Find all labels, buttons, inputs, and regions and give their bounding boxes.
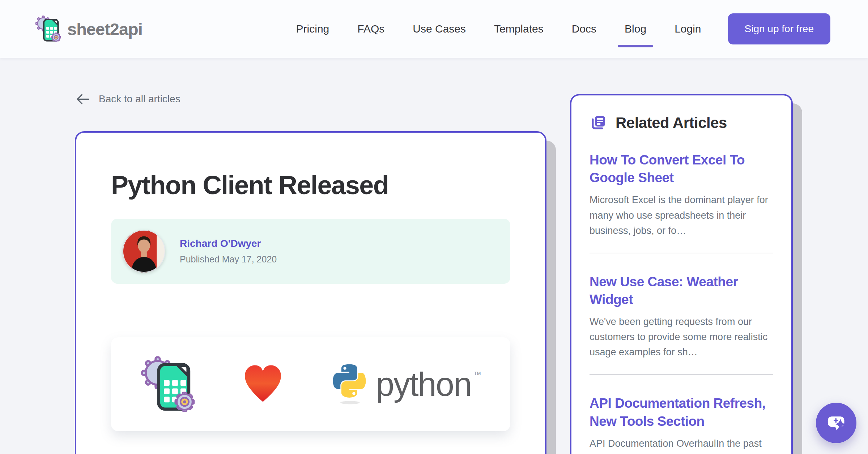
- articles-stack-icon: [590, 114, 607, 132]
- related-article-excerpt-1: Microsoft Excel is the dominant player f…: [590, 192, 773, 238]
- hero-image: python ™: [111, 337, 510, 431]
- related-articles-header: Related Articles: [590, 114, 773, 132]
- nav-item-blog[interactable]: Blog: [625, 23, 646, 35]
- python-snakes-icon: [329, 364, 370, 405]
- related-article-excerpt-3: API Documentation OverhaulIn the past: [590, 436, 773, 451]
- author-avatar: [123, 230, 165, 273]
- author-info: Richard O'Dwyer Published May 17, 2020: [180, 238, 277, 265]
- related-article-link-2[interactable]: New Use Case: Weather Widget: [590, 273, 773, 308]
- related-article-link-3[interactable]: API Documentation Refresh, New Tools Sec…: [590, 394, 773, 430]
- back-link-label: Back to all articles: [99, 93, 180, 105]
- published-date: Published May 17, 2020: [180, 254, 277, 265]
- sheet2api-logo-large-icon: [140, 353, 197, 415]
- chat-widget-button[interactable]: [816, 403, 856, 443]
- article-card: Python Client Released Richard O'Dwyer P…: [75, 131, 546, 454]
- back-arrow-icon: [76, 94, 89, 105]
- related-article-link-1[interactable]: How To Convert Excel To Google Sheet: [590, 151, 773, 187]
- nav-item-pricing[interactable]: Pricing: [296, 23, 329, 35]
- heart-icon: [240, 361, 286, 407]
- chat-sparkle-icon: [824, 411, 848, 435]
- nav-item-docs[interactable]: Docs: [572, 23, 596, 35]
- related-article-item: How To Convert Excel To Google Sheet Mic…: [590, 151, 773, 238]
- divider: [590, 374, 773, 375]
- nav-item-faqs[interactable]: FAQs: [357, 23, 384, 35]
- main-nav: Pricing FAQs Use Cases Templates Docs Bl…: [296, 23, 701, 35]
- brand-logo[interactable]: sheet2api: [35, 14, 142, 44]
- nav-item-use-cases[interactable]: Use Cases: [413, 23, 466, 35]
- author-box: Richard O'Dwyer Published May 17, 2020: [111, 219, 510, 284]
- article-title: Python Client Released: [111, 170, 510, 200]
- back-to-articles-link[interactable]: Back to all articles: [76, 93, 180, 105]
- related-articles-card: Related Articles How To Convert Excel To…: [570, 94, 793, 454]
- related-article-item: API Documentation Refresh, New Tools Sec…: [590, 394, 773, 451]
- python-wordmark: python: [376, 365, 471, 403]
- related-article-item: New Use Case: Weather Widget We've been …: [590, 273, 773, 360]
- nav-item-templates[interactable]: Templates: [494, 23, 544, 35]
- python-logo: python ™: [329, 364, 481, 405]
- related-article-excerpt-2: We've been getting requests from our cus…: [590, 314, 773, 360]
- brand-name: sheet2api: [67, 19, 142, 39]
- author-name-link[interactable]: Richard O'Dwyer: [180, 238, 277, 249]
- related-articles-title: Related Articles: [616, 114, 727, 132]
- top-navigation-bar: sheet2api Pricing FAQs Use Cases Templat…: [0, 0, 868, 58]
- divider: [590, 253, 773, 253]
- sheet2api-logo-icon: [35, 14, 62, 44]
- nav-item-login[interactable]: Login: [675, 23, 701, 35]
- signup-button[interactable]: Sign up for free: [728, 13, 830, 44]
- python-trademark: ™: [473, 370, 481, 380]
